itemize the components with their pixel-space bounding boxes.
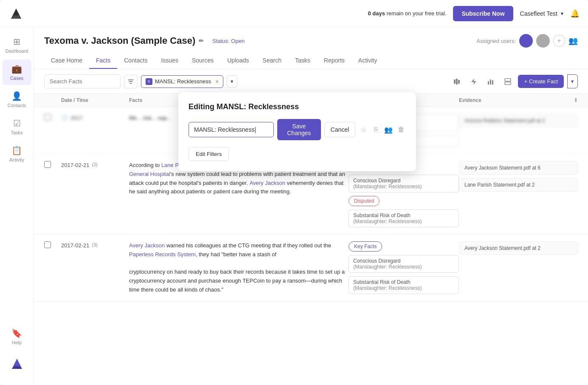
sidebar-item-tasks[interactable]: ☑ Tasks [3,114,31,139]
evidence-item-2: Lane Parish Statement.pdf at 2 [459,178,578,192]
plus-icon: + [524,78,527,85]
date-count: (3) [92,242,98,247]
toolbar: ≡ MANSL: Recklessness × ▾ [34,69,588,94]
edit-filters-button[interactable]: Edit Filters [188,147,229,161]
tab-search[interactable]: Search [256,53,288,69]
create-fact-dropdown[interactable]: ▾ [567,74,578,88]
activity-icon: 📋 [11,145,22,156]
assigned-users: Assigned users: + 👥 [477,34,578,48]
evidence-cell: Avery Jackson Statement.pdf at 6 Lane Pa… [459,161,578,192]
filter-chip-dropdown[interactable]: ▾ [227,75,237,88]
save-changes-button[interactable]: Save Changes [277,119,321,140]
filter-chip-icon: ≡ [146,78,152,85]
filter-button[interactable] [124,75,138,88]
tag-key-facts-3: Key Facts [349,241,382,252]
svg-rect-7 [505,82,511,85]
user-name: Casefleet Test [520,10,557,17]
sidebar-item-logo-bottom [3,353,31,375]
app-logo [8,6,24,21]
editing-input[interactable] [188,122,274,137]
tab-tasks[interactable]: Tasks [288,53,317,69]
layout-icon[interactable] [501,75,515,88]
link-avery-jackson-3[interactable]: Avery Jackson [129,242,165,249]
link-paperless-records[interactable]: Paperless Records System [129,251,196,258]
sidebar-bottom: 🔖 Help [3,324,31,380]
tag-substantial-risk-3: Substantial Risk of Death(Manslaughter: … [349,276,459,294]
editing-popup-row: Save Changes Cancel ☆ ⎘ 👥 🗑 [188,119,406,140]
svg-rect-4 [490,79,491,85]
dashboard-icon: ⊞ [13,37,20,47]
sidebar: ⊞ Dashboard 💼 Cases 👤 Contacts ☑ Tasks 📋… [0,27,34,385]
sidebar-item-contacts[interactable]: 👤 Contacts [3,87,31,112]
svg-rect-3 [488,81,489,85]
people-icon[interactable]: 👥 [384,123,394,136]
tag-conscious-disregard-3: Conscious Disregard(Manslaughter: Reckle… [349,255,459,273]
chart-icon[interactable] [484,75,498,88]
tab-reports[interactable]: Reports [317,53,352,69]
date-count: (2) [92,162,98,167]
svg-rect-1 [456,79,458,85]
user-menu[interactable]: Casefleet Test ▾ [520,10,563,17]
trial-message: 0 days remain on your free trial. [368,10,446,17]
evidence-cell: Avery Jackson Statement.pdf at 2 [459,241,578,255]
top-bar-right: 0 days remain on your free trial. Subscr… [368,6,580,21]
search-input[interactable] [44,74,121,88]
fact-text: Avery Jackson warned his colleagues at t… [129,241,349,294]
tag-disputed: Disputed [349,196,380,206]
editing-popup: Editing MANSL: Recklessness Save Changes… [178,92,416,171]
sidebar-item-cases[interactable]: 💼 Cases [3,59,31,85]
filter-chip: ≡ MANSL: Recklessness × [141,75,223,88]
date-cell: 2017-02-21 (2) [61,161,129,168]
chevron-down-icon: ▾ [561,11,563,17]
sidebar-item-help[interactable]: 🔖 Help [3,324,31,349]
tasks-icon: ☑ [13,118,21,128]
add-user-button[interactable]: + [553,35,565,47]
tab-uploads[interactable]: Uploads [220,53,256,69]
tab-sources[interactable]: Sources [185,53,220,69]
subscribe-button[interactable]: Subscribe Now [453,6,513,21]
row-checkbox[interactable] [44,241,51,248]
filter-icon [127,78,134,85]
lightning-icon[interactable] [467,75,481,88]
toolbar-right: + Create Fact ▾ [450,74,578,88]
link-avery-jackson-2[interactable]: Avery Jackson [250,180,285,186]
header-evidence: Evidence ⬆ [459,97,578,103]
tab-facts[interactable]: Facts [89,53,117,69]
tab-contacts[interactable]: Contacts [117,53,154,69]
content-area: Texoma v. Jackson (Sample Case) ✏ Status… [34,27,588,385]
bell-icon[interactable]: 🔔 [570,9,580,18]
map-icon[interactable] [450,75,464,88]
create-fact-button[interactable]: + Create Fact [518,75,564,88]
top-bar: 0 days remain on your free trial. Subscr… [0,0,588,27]
sidebar-item-activity[interactable]: 📋 Activity [3,141,31,167]
case-status: Status: Open [212,38,245,44]
svg-rect-6 [505,79,511,81]
editing-popup-title: Editing MANSL: Recklessness [188,102,406,111]
filter-chip-close-icon[interactable]: × [215,78,219,85]
star-icon[interactable]: ☆ [359,123,368,136]
date-cell: 2017-02-21 (3) [61,241,129,249]
nav-tabs: Case Home Facts Contacts Issues Sources … [44,53,578,69]
evidence-collapse-icon[interactable]: ⬆ [574,97,578,103]
tags-cell: Key Facts Conscious Disregard(Manslaught… [349,241,459,294]
contacts-icon: 👤 [11,91,22,101]
edit-case-title-icon[interactable]: ✏ [199,37,204,44]
top-bar-left [8,6,24,21]
date-cell: 📄 2017 [61,114,129,121]
tab-case-home[interactable]: Case Home [44,53,89,69]
row-checkbox[interactable] [44,114,51,121]
tab-activity[interactable]: Activity [352,53,384,69]
edit-filters-row: Edit Filters [188,147,406,161]
sidebar-item-dashboard[interactable]: ⊞ Dashboard [3,32,31,58]
filter-chip-label: MANSL: Recklessness [155,78,211,85]
copy-icon[interactable]: ⎘ [371,123,381,136]
cancel-button[interactable]: Cancel [324,122,356,137]
row-checkbox[interactable] [44,161,51,168]
evidence-item-1: Avery Jackson Statement.pdf at 6 [459,161,578,175]
trash-icon[interactable]: 🗑 [397,123,406,136]
tab-issues[interactable]: Issues [154,53,185,69]
svg-rect-2 [458,80,460,84]
manage-users-icon[interactable]: 👥 [568,36,578,45]
table-row: 2017-02-21 (3) Avery Jackson warned his … [34,235,588,302]
avatar-1 [519,34,533,48]
